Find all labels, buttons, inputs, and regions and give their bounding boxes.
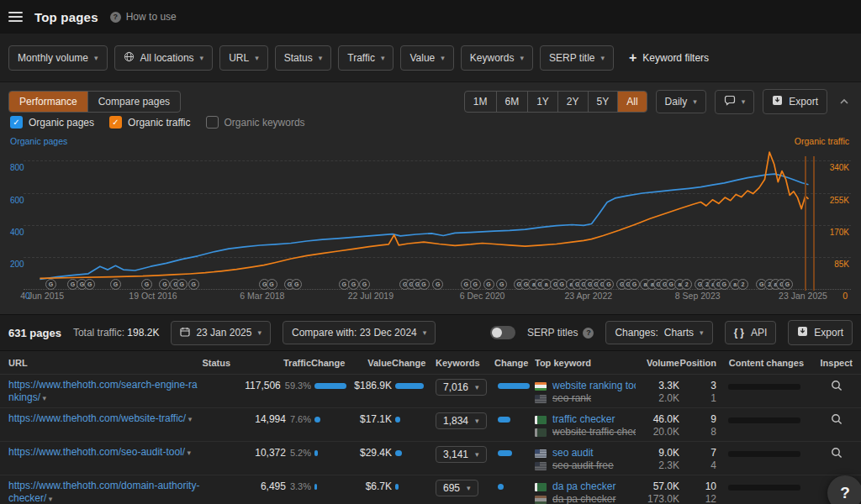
url-options-icon[interactable]: ▾ [186,415,192,423]
keyword-link[interactable]: seo rank [552,392,591,405]
google-update-marker[interactable]: G [141,279,152,290]
column-header-traffic[interactable]: Traffic [230,358,311,368]
keywords-dropdown[interactable]: 3,141▾ [436,446,487,463]
traffic-change-bar [314,417,320,423]
url-options-icon[interactable]: ▾ [40,394,46,402]
filter-traffic[interactable]: Traffic▾ [338,45,394,71]
keywords-dropdown[interactable]: 7,016▾ [436,379,487,396]
range-5y[interactable]: 5Y [588,92,618,112]
column-header-top-keyword[interactable]: Top keyword [535,358,636,368]
google-update-marker[interactable]: G [110,279,121,290]
menu-icon[interactable] [8,12,23,22]
filter-url[interactable]: URL▾ [219,45,268,71]
filter-value[interactable]: Value▾ [400,45,453,71]
filter-keywords[interactable]: Keywords▾ [461,45,533,71]
collapse-chart-icon[interactable] [836,98,853,105]
keywords-dropdown[interactable]: 1,834▾ [436,412,487,429]
url-link[interactable]: https://www.thehoth.com/domain-authority… [8,480,199,504]
date-picker-button[interactable]: 23 Jan 2025 ▾ [171,321,271,345]
checkbox-organic-pages[interactable]: ✓ [10,116,23,129]
keyword-link[interactable]: da pa checker [552,480,615,493]
keywords-dropdown[interactable]: 695▾ [436,480,478,496]
checkbox-organic-keywords[interactable] [206,116,219,129]
series-organic-traffic [40,152,808,278]
changes-dropdown[interactable]: Changes: Charts ▾ [605,321,712,344]
url-link[interactable]: https://www.thehoth.com/website-traffic/ [8,412,186,424]
x-axis-label: 6 Dec 2020 [460,291,505,301]
legend-organic-traffic[interactable]: ✓Organic traffic [109,116,190,129]
column-header-change[interactable]: Change [311,358,350,368]
tab-compare-pages[interactable]: Compare pages [87,92,180,112]
keyword-filters-button[interactable]: + Keyword filters [629,52,709,64]
column-header-url[interactable]: URL [8,358,202,368]
column-header-status[interactable]: Status [202,358,230,368]
content-changes-bar[interactable] [728,384,800,390]
range-all[interactable]: All [617,92,646,112]
google-update-marker[interactable]: G [188,279,199,290]
content-changes-bar[interactable] [728,451,800,457]
inspect-icon[interactable] [831,447,843,461]
y-tick-left: 800 [10,163,24,172]
google-update-marker[interactable]: G [359,279,370,290]
column-header-position[interactable]: Position [679,358,716,368]
how-to-use-link[interactable]: ? How to use [110,11,177,23]
tab-performance[interactable]: Performance [9,92,87,112]
filter-status[interactable]: Status▾ [275,45,332,71]
column-header-change[interactable]: Change [494,358,535,368]
flag-pk-icon [535,483,547,491]
keyword-link[interactable]: da pa checker [552,493,615,504]
chevron-down-icon: ▾ [257,328,261,337]
google-update-marker[interactable]: G [348,279,359,290]
range-1m[interactable]: 1M [465,92,496,112]
url-link[interactable]: https://www.thehoth.com/seo-audit-tool/ [8,446,185,458]
google-update-marker[interactable]: G [419,279,430,290]
compare-date-button[interactable]: Compare with: 23 Dec 2024 ▾ [283,321,436,344]
legend-organic-pages[interactable]: ✓Organic pages [10,116,94,129]
google-update-marker[interactable]: G [629,279,640,290]
range-2y[interactable]: 2Y [557,92,588,112]
column-header-value[interactable]: Value [350,358,392,368]
filter-serp-title[interactable]: SERP title▾ [540,45,614,71]
checkbox-organic-traffic[interactable]: ✓ [109,116,122,129]
url-options-icon[interactable]: ▾ [185,449,191,457]
keyword-link[interactable]: traffic checker [552,413,615,426]
google-update-marker[interactable]: G [267,279,277,290]
keywords-count: 1,834 [443,415,468,427]
help-fab-button[interactable]: ? [827,475,861,504]
column-header-change[interactable]: Change [392,358,436,368]
serp-titles-toggle[interactable] [490,326,515,339]
url-options-icon[interactable]: ▾ [46,495,52,503]
google-update-marker[interactable]: G [483,279,494,290]
column-header-content-changes[interactable]: Content changes [716,358,804,368]
column-header-volume[interactable]: Volume [636,358,679,368]
keyword-link[interactable]: seo audit free [552,459,614,472]
interval-dropdown[interactable]: Daily ▾ [656,90,706,113]
content-changes-bar[interactable] [728,485,800,491]
keyword-link[interactable]: seo audit [552,447,594,459]
range-1y[interactable]: 1Y [527,92,557,112]
filter-all-locations[interactable]: All locations▾ [114,45,214,71]
google-update-marker[interactable]: G [177,279,188,290]
inspect-icon[interactable] [831,380,843,394]
table-export-button[interactable]: Export [788,320,853,345]
annotations-dropdown[interactable]: ▾ [715,90,755,114]
column-header-inspect[interactable]: Inspect [804,358,853,368]
keyword-link[interactable]: website ranking tool [552,380,636,392]
range-6m[interactable]: 6M [496,92,528,112]
google-update-marker[interactable]: G [719,279,730,290]
column-header-keywords[interactable]: Keywords [436,358,494,368]
google-update-marker[interactable]: 2 [737,279,748,290]
inspect-icon[interactable] [831,413,843,428]
chart-export-button[interactable]: Export [763,89,827,114]
position-value: 3 [679,380,716,392]
api-button[interactable]: { } API [725,321,777,344]
google-update-marker[interactable]: G [45,279,56,290]
content-changes-bar[interactable] [728,417,800,423]
google-update-marker[interactable]: G [782,279,793,290]
keyword-link[interactable]: website traffic checker [552,426,636,438]
google-update-marker[interactable]: G [470,279,481,290]
url-link[interactable]: https://www.thehoth.com/search-engine-ra… [8,379,198,403]
legend-organic-keywords[interactable]: Organic keywords [206,116,305,129]
filter-monthly-volume[interactable]: Monthly volume▾ [8,45,108,71]
content-changes-cell [716,375,804,407]
